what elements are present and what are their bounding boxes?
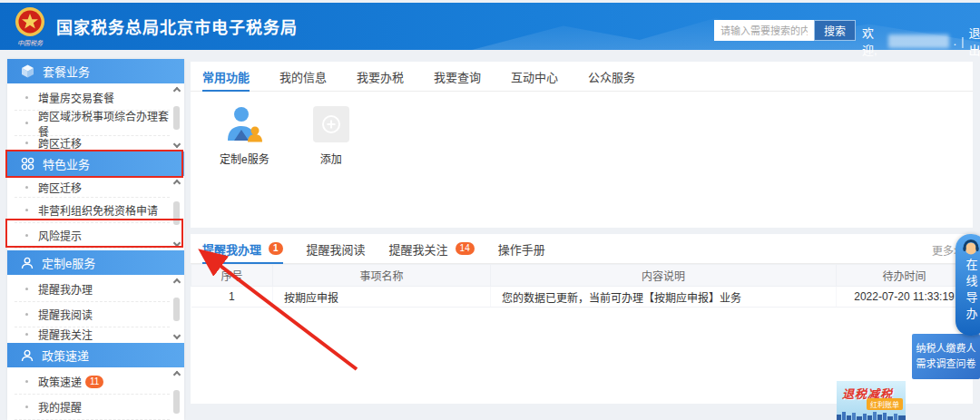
chevron-down-icon[interactable]: [172, 239, 180, 247]
tab-remind-follow[interactable]: 提醒我关注 14: [389, 234, 475, 263]
sidebar-section-package-business[interactable]: 套餐业务: [7, 59, 184, 83]
online-guide-label: 在线导办: [963, 259, 980, 324]
sidebar: 套餐业务 增量房交易套餐 跨区域涉税事项综合办理套餐 跨区迁移 特色业务 跨区迁…: [7, 59, 184, 420]
person-icon: [21, 349, 34, 362]
sidebar-item-my-reminders[interactable]: 我的提醒: [15, 395, 170, 420]
remind-handle-badge: 1: [269, 242, 283, 255]
quick-icon-custom-eservice[interactable]: 定制e服务: [220, 106, 270, 166]
section-label: 定制e服务: [42, 254, 95, 271]
sidebar-group-package: 增量房交易套餐 跨区域涉税事项综合办理套餐 跨区迁移: [7, 83, 184, 151]
scrollbar-thumb[interactable]: [173, 201, 180, 225]
survey-line1: 纳税人缴费人: [916, 341, 976, 357]
section-label: 套餐业务: [43, 63, 90, 80]
person-icon: [21, 257, 34, 269]
chevron-up-icon[interactable]: [172, 278, 180, 286]
tax-rebate-banner[interactable]: 退税减税 红利账单: [837, 381, 906, 420]
sidebar-item-label: 非营利组织免税资格申请: [38, 202, 158, 218]
quick-icon-add[interactable]: 添加: [313, 106, 349, 166]
chevron-up-icon[interactable]: [172, 180, 180, 187]
logout-link[interactable]: 退出: [969, 24, 980, 58]
chevron-up-icon[interactable]: [172, 87, 180, 94]
scrollbar-thumb[interactable]: [173, 106, 180, 130]
sidebar-item-label: 跨区迁移: [38, 180, 82, 195]
quick-icon-label: 定制e服务: [220, 151, 270, 166]
sidebar-item-label: 提醒我办理: [38, 281, 93, 297]
col-header-description: 内容说明: [491, 265, 837, 287]
sidebar-item-cross-region-tax-package[interactable]: 跨区域涉税事项综合办理套餐: [15, 111, 170, 136]
main-panel: 常用功能 我的信息 我要办税 我要查询 互动中心 公众服务 定制e服务: [191, 62, 973, 228]
tab-label: 提醒我阅读: [307, 240, 366, 258]
sidebar-item-risk-alert[interactable]: 风险提示: [15, 223, 170, 249]
tab-label: 提醒我办理: [202, 240, 261, 258]
sidebar-item-label: 提醒我阅读: [38, 307, 93, 322]
sidebar-scrollbar: [172, 181, 181, 246]
reminder-panel: 提醒我办理 1 提醒我阅读 提醒我关注 14 操作手册 更多> 序号 事项名称 …: [191, 234, 973, 404]
sidebar-item-remind-handle[interactable]: 提醒我办理: [15, 277, 170, 302]
scrollbar-thumb[interactable]: [173, 390, 180, 414]
search-button[interactable]: 搜索: [814, 20, 856, 41]
plus-icon: [313, 106, 349, 142]
reminder-table: 序号 事项名称 内容说明 待办时间 1 按期应申报 您的数据已更新，当前可办理【…: [191, 264, 973, 308]
table-row[interactable]: 1 按期应申报 您的数据已更新，当前可办理【按期应申报】业务 2022-07-2…: [191, 287, 973, 308]
search-input[interactable]: [714, 20, 814, 41]
sidebar-section-custom-eservice[interactable]: 定制e服务: [7, 250, 184, 275]
policy-badge: 11: [85, 376, 103, 388]
tab-label: 互动中心: [511, 68, 558, 85]
city-skyline-icon: [837, 411, 906, 420]
sidebar-item-remind-follow[interactable]: 提醒我关注: [15, 327, 170, 341]
sidebar-item-cross-region-move[interactable]: 跨区迁移: [15, 178, 170, 198]
quick-icon-label: 添加: [320, 151, 342, 166]
sidebar-item-label: 我的提醒: [38, 399, 82, 415]
tab-remind-read[interactable]: 提醒我阅读: [307, 234, 366, 263]
tab-label: 我的信息: [279, 68, 327, 85]
tab-do-tax[interactable]: 我要办税: [357, 62, 404, 91]
chevron-down-icon[interactable]: [172, 332, 180, 339]
reminder-tabbar: 提醒我办理 1 提醒我阅读 提醒我关注 14 操作手册 更多>: [191, 234, 973, 264]
emblem-caption: 中国税务: [17, 38, 43, 47]
welcome-dot: .: [954, 34, 957, 48]
scrollbar-thumb[interactable]: [173, 298, 180, 321]
sidebar-item-nonprofit-exemption[interactable]: 非营利组织免税资格申请: [15, 198, 170, 223]
tab-operation-manual[interactable]: 操作手册: [498, 234, 545, 263]
cube-icon: [21, 64, 34, 78]
tab-label: 我要查询: [434, 68, 481, 85]
quick-icons-row: 定制e服务 添加: [191, 92, 973, 166]
tab-label: 公众服务: [588, 68, 635, 85]
headset-agent-icon: [962, 239, 980, 256]
table-header-row: 序号 事项名称 内容说明 待办时间: [191, 265, 973, 287]
sidebar-item-label: 风险提示: [38, 228, 82, 243]
survey-banner[interactable]: 纳税人缴费人 需求调查问卷: [912, 334, 980, 379]
sidebar-scrollbar: [172, 88, 181, 147]
sidebar-group-special: 跨区迁移 非营利组织免税资格申请 风险提示: [7, 176, 184, 250]
tab-label: 我要办税: [357, 68, 404, 85]
sidebar-group-eservice: 提醒我办理 提醒我阅读 提醒我关注: [7, 275, 184, 343]
tab-public-service[interactable]: 公众服务: [588, 62, 635, 91]
sidebar-section-policy-express[interactable]: 政策速递: [7, 343, 184, 367]
tab-query[interactable]: 我要查询: [434, 62, 481, 91]
sidebar-item-remind-read[interactable]: 提醒我阅读: [15, 302, 170, 327]
tab-interaction-center[interactable]: 互动中心: [511, 62, 558, 91]
tab-label: 操作手册: [498, 240, 545, 258]
chevron-down-icon[interactable]: [172, 141, 180, 148]
app-header: 中国税务 国家税务总局北京市电子税务局 搜索 欢迎, . | 退出: [0, 3, 980, 50]
emblem-icon: [15, 6, 45, 37]
sidebar-item-label: 增量房交易套餐: [38, 90, 114, 105]
online-guide-widget[interactable]: 在线导办: [956, 234, 980, 336]
welcome-divider: |: [961, 34, 964, 48]
col-header-item-name: 事项名称: [273, 265, 491, 287]
tab-my-info[interactable]: 我的信息: [279, 62, 327, 91]
tab-common-functions[interactable]: 常用功能: [202, 62, 250, 91]
col-header-seq: 序号: [191, 265, 273, 287]
tab-remind-handle[interactable]: 提醒我办理 1: [202, 234, 283, 263]
sidebar-section-special-business[interactable]: 特色业务: [7, 151, 184, 176]
cell-item-name: 按期应申报: [273, 287, 491, 308]
section-label: 特色业务: [43, 155, 90, 172]
main-tabbar: 常用功能 我的信息 我要办税 我要查询 互动中心 公众服务: [191, 62, 973, 92]
sidebar-item-cross-region-move-clipped[interactable]: 跨区迁移: [15, 136, 170, 150]
sidebar-item-policy-express[interactable]: 政策速递 11: [15, 369, 170, 395]
app-title: 国家税务总局北京市电子税务局: [56, 15, 298, 38]
sidebar-item-label: 跨区迁移: [38, 136, 82, 150]
chevron-up-icon[interactable]: [172, 371, 180, 378]
welcome-text: 欢迎,: [862, 24, 884, 58]
redacted-username: [888, 34, 949, 48]
